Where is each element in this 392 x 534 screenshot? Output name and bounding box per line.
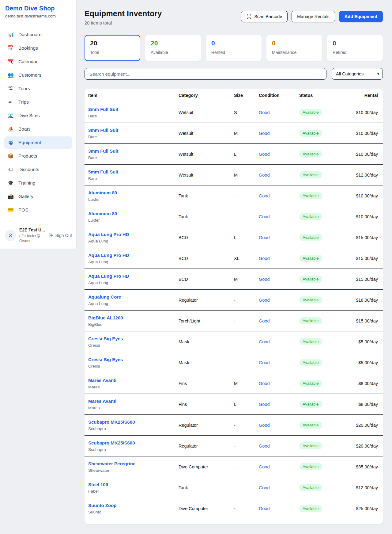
status-badge: Available <box>299 463 322 470</box>
user-meta: E2E Test U... e2e-tester@... Owner <box>19 227 45 244</box>
status-badge: Available <box>299 359 322 366</box>
item-name-link[interactable]: Cressi Big Eyes <box>88 357 179 362</box>
sidebar-item-equipment[interactable]: 🤿Equipment <box>4 136 72 149</box>
item-name-link[interactable]: Mares Avanti <box>88 399 179 404</box>
item-name-link[interactable]: Scubapro MK25/S600 <box>88 440 179 446</box>
sidebar-item-label: Calendar <box>18 59 38 64</box>
condition-link[interactable]: Good <box>259 464 299 469</box>
condition-link[interactable]: Good <box>259 318 299 323</box>
condition-link[interactable]: Good <box>259 506 299 511</box>
sidebar-item-bookings[interactable]: 📅Bookings <box>4 42 72 54</box>
category-cell: Regulator <box>179 423 234 428</box>
category-select[interactable]: All Categories <box>332 68 383 80</box>
size-cell: S <box>234 110 259 115</box>
item-name-link[interactable]: 3mm Full Suit <box>88 128 179 133</box>
manage-rentals-button[interactable]: Manage Rentals <box>292 11 335 22</box>
item-name-link[interactable]: Cressi Big Eyes <box>88 336 179 341</box>
stat-card-retired[interactable]: 0Retired <box>327 35 383 61</box>
rental-cell: $8.00/day <box>346 381 383 386</box>
stat-value: 20 <box>151 40 195 47</box>
condition-link[interactable]: Good <box>259 298 299 303</box>
item-cell: Mares AvantiMares <box>85 378 179 389</box>
sidebar-item-gallery[interactable]: 📸Gallery <box>4 190 72 203</box>
condition-link[interactable]: Good <box>259 485 299 490</box>
condition-link[interactable]: Good <box>259 235 299 240</box>
search-input[interactable] <box>85 68 326 80</box>
condition-link[interactable]: Good <box>259 173 299 177</box>
condition-link[interactable]: Good <box>259 402 299 407</box>
sidebar-item-calendar[interactable]: 📆Calendar <box>4 55 72 68</box>
item-name-link[interactable]: 3mm Full Suit <box>88 107 179 112</box>
item-name-link[interactable]: 5mm Full Suit <box>88 169 179 175</box>
sidebar-item-training[interactable]: 🎓Training <box>4 177 72 189</box>
sidebar-item-trips[interactable]: 🛥Trips <box>4 96 72 108</box>
status-badge: Available <box>299 401 322 408</box>
item-brand: Cressi <box>88 364 179 368</box>
sidebar-item-dashboard[interactable]: 📊Dashboard <box>4 29 72 41</box>
condition-link[interactable]: Good <box>259 339 299 344</box>
item-name-link[interactable]: BigBlue AL1200 <box>88 315 179 321</box>
item-name-link[interactable]: Aqualung Core <box>88 294 179 300</box>
rental-cell: $20.00/day <box>346 423 383 428</box>
table-row: 3mm Full SuitBareWetsuitLGoodAvailable$1… <box>85 144 383 165</box>
table-row: Aluminum 80LuxferTank-GoodAvailable$10.0… <box>85 185 383 206</box>
stat-value: 0 <box>272 40 317 47</box>
item-name-link[interactable]: 3mm Full Suit <box>88 148 179 154</box>
category-cell: Tank <box>179 193 234 198</box>
sidebar-item-customers[interactable]: 👥Customers <box>4 69 72 81</box>
stat-label: Maintenance <box>272 50 317 55</box>
condition-link[interactable]: Good <box>259 193 299 198</box>
item-name-link[interactable]: Aqua Lung Pro HD <box>88 253 179 258</box>
graduation-cap-icon: 🎓 <box>7 181 14 185</box>
sidebar-item-boats[interactable]: ⛵Boats <box>4 123 72 135</box>
status-cell: Available <box>299 484 346 491</box>
sidebar-item-label: Discounts <box>18 167 39 172</box>
sidebar-item-label: Customers <box>18 72 41 78</box>
item-name-link[interactable]: Aluminum 80 <box>88 190 179 196</box>
rental-cell: $10.00/day <box>346 110 383 115</box>
user-box: E2E Test U... e2e-tester@... Owner Sign … <box>0 223 76 249</box>
item-name-link[interactable]: Steel 100 <box>88 482 179 487</box>
item-name-link[interactable]: Aqua Lung Pro HD <box>88 232 179 237</box>
condition-link[interactable]: Good <box>259 110 299 115</box>
status-badge: Available <box>299 192 322 199</box>
stat-card-available[interactable]: 20Available <box>145 35 201 61</box>
sidebar-item-products[interactable]: 📦Products <box>4 150 72 162</box>
sidebar-item-pos[interactable]: 💳POS <box>4 204 72 216</box>
item-name-link[interactable]: Aqua Lung Pro HD <box>88 273 179 279</box>
item-name-link[interactable]: Suunto Zoop <box>88 503 179 508</box>
condition-link[interactable]: Good <box>259 256 299 261</box>
rental-cell: $35.00/day <box>346 464 383 469</box>
table-row: Aqua Lung Pro HDAqua LungBCDXLGoodAvaila… <box>85 248 383 269</box>
sidebar-item-tours[interactable]: 🏝Tours <box>4 82 72 95</box>
condition-link[interactable]: Good <box>259 444 299 448</box>
stat-card-total[interactable]: 20Total <box>85 35 140 61</box>
sign-out-button[interactable]: Sign Out <box>48 233 72 238</box>
table-header-row: ItemCategorySizeConditionStatusRental <box>85 89 383 102</box>
condition-link[interactable]: Good <box>259 423 299 428</box>
condition-link[interactable]: Good <box>259 381 299 386</box>
items-total-count: 20 items total <box>85 20 162 25</box>
sidebar-item-label: Products <box>18 153 37 159</box>
condition-link[interactable]: Good <box>259 214 299 219</box>
status-badge: Available <box>299 484 322 491</box>
item-name-link[interactable]: Mares Avanti <box>88 378 179 383</box>
stat-card-maintenance[interactable]: 0Maintenance <box>266 35 322 61</box>
scan-barcode-button[interactable]: Scan Barcode <box>241 11 288 22</box>
item-name-link[interactable]: Scubapro MK25/S600 <box>88 419 179 425</box>
item-name-link[interactable]: Shearwater Peregrine <box>88 461 179 467</box>
stat-card-rented[interactable]: 0Rented <box>206 35 262 61</box>
item-name-link[interactable]: Aluminum 80 <box>88 211 179 216</box>
condition-link[interactable]: Good <box>259 152 299 157</box>
condition-link[interactable]: Good <box>259 131 299 136</box>
status-badge: Available <box>299 276 322 283</box>
sidebar-item-dive-sites[interactable]: 🌊Dive Sites <box>4 109 72 122</box>
sidebar-item-discounts[interactable]: 🏷Discounts <box>4 163 72 176</box>
column-header-category: Category <box>179 93 234 98</box>
status-badge: Available <box>299 130 322 137</box>
user-role: Owner <box>19 239 45 244</box>
add-equipment-button[interactable]: Add Equipment <box>339 11 383 22</box>
condition-link[interactable]: Good <box>259 277 299 282</box>
page-title: Equipment Inventory <box>85 9 162 18</box>
condition-link[interactable]: Good <box>259 360 299 365</box>
